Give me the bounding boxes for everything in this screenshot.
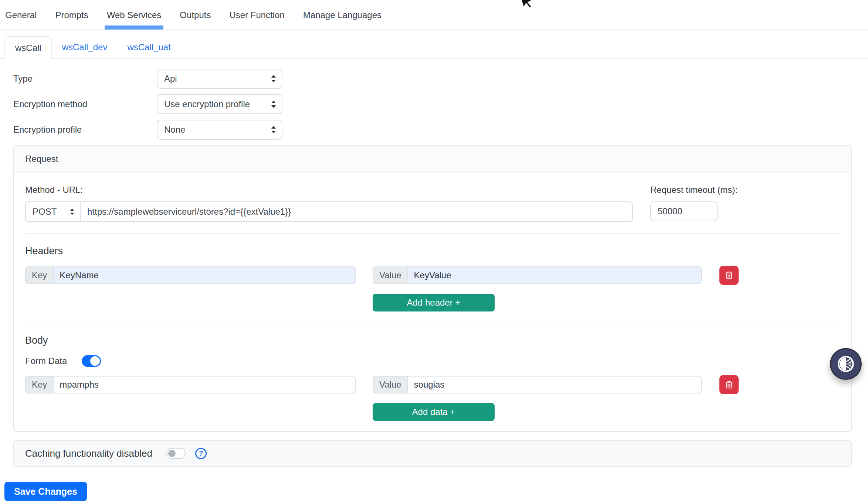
select-caret-icon [271,74,277,83]
add-header-button[interactable]: Add header + [373,294,495,311]
header-value-addon-label: Value [373,266,408,284]
web-services-settings-page: General Prompts Web Services Outputs Use… [0,0,868,504]
headers-section-title: Headers [25,245,840,257]
toggle-knob [90,356,100,366]
encryption-profile-select[interactable]: None [157,120,282,140]
trash-icon [724,270,734,280]
caching-card: Caching functionality disabled ? [13,440,852,467]
encryption-method-select-value: Use encryption profile [164,99,250,109]
save-changes-button[interactable]: Save Changes [4,482,87,501]
timeout-column: Request timeout (ms): 50000 [650,184,738,222]
tab-wscall-uat[interactable]: wsCall_uat [117,36,180,58]
encryption-method-select[interactable]: Use encryption profile [157,94,282,114]
method-url-row: Method - URL: POST https://samplewebserv… [25,184,840,222]
header-key-addon-label: Key [25,266,54,284]
form-data-value-group: Value sougias [373,376,702,394]
caching-label: Caching functionality disabled [25,447,152,459]
method-url-label: Method - URL: [25,184,633,195]
form-data-key-addon-label: Key [25,376,54,394]
type-select-value: Api [164,74,177,84]
trash-icon [724,380,734,389]
delete-header-button[interactable] [719,266,739,285]
url-input[interactable]: https://samplewebserviceurl/stores?id={{… [80,201,633,222]
tab-web-services[interactable]: Web Services [106,10,162,29]
select-caret-icon [271,100,277,109]
tab-wscall[interactable]: wsCall [4,36,52,59]
assistant-widget-button[interactable] [830,348,862,380]
webservice-tab-bar: wsCall wsCall_dev wsCall_uat [0,36,868,59]
http-method-select[interactable]: POST [25,201,81,222]
encryption-profile-select-value: None [164,125,185,135]
divider [25,233,840,234]
form-data-key-group: Key mpamphs [25,376,356,394]
form-data-value-input[interactable]: sougias [407,376,702,394]
type-row: Type Api [13,69,868,89]
help-icon[interactable]: ? [195,448,207,459]
encryption-method-label: Encryption method [13,99,157,109]
divider [25,323,840,323]
footer-bar: Save Changes [0,471,868,504]
type-label: Type [13,74,157,84]
type-select[interactable]: Api [157,69,282,89]
encryption-profile-row: Encryption profile None [13,120,868,140]
brain-logo-icon [837,355,855,373]
main-tab-bar: General Prompts Web Services Outputs Use… [0,0,868,30]
header-key-input[interactable]: KeyName [53,266,356,284]
encryption-profile-label: Encryption profile [13,125,157,135]
method-url-column: Method - URL: POST https://samplewebserv… [25,184,633,222]
form-data-key-input[interactable]: mpamphs [53,376,356,394]
http-method-select-value: POST [33,207,57,217]
tab-manage-languages[interactable]: Manage Languages [302,10,382,29]
body-section-title: Body [25,334,840,346]
request-card: Request Method - URL: POST https://sampl… [13,145,852,432]
tab-wscall-dev[interactable]: wsCall_dev [52,36,118,58]
form-data-toggle[interactable] [82,355,101,367]
request-timeout-label: Request timeout (ms): [650,184,738,195]
tab-prompts[interactable]: Prompts [54,10,89,29]
form-data-label: Form Data [25,356,67,366]
toggle-knob [168,450,176,457]
form-data-value-addon-label: Value [373,376,408,394]
header-value-group: Value KeyValue [373,266,702,284]
form-data-kv-row: Key mpamphs Value sougias [25,375,840,394]
caching-toggle[interactable] [166,448,186,459]
header-value-input[interactable]: KeyValue [407,266,702,284]
webservice-settings: Type Api Encryption method Use encryptio… [13,69,868,140]
tab-general[interactable]: General [4,10,37,29]
header-key-group: Key KeyName [25,266,356,284]
tab-user-function[interactable]: User Function [228,10,285,29]
request-card-header: Request [14,146,851,173]
method-url-group: POST https://samplewebserviceurl/stores?… [25,201,633,222]
header-kv-row: Key KeyName Value KeyValue [25,266,840,285]
add-data-button[interactable]: Add data + [373,403,495,421]
select-caret-icon [69,208,75,216]
delete-form-data-button[interactable] [719,375,739,394]
tab-outputs[interactable]: Outputs [179,10,211,29]
request-timeout-input[interactable]: 50000 [650,201,718,221]
select-caret-icon [271,125,277,134]
encryption-method-row: Encryption method Use encryption profile [13,94,868,114]
form-data-row: Form Data [25,355,840,367]
request-card-body: Method - URL: POST https://samplewebserv… [14,173,851,431]
